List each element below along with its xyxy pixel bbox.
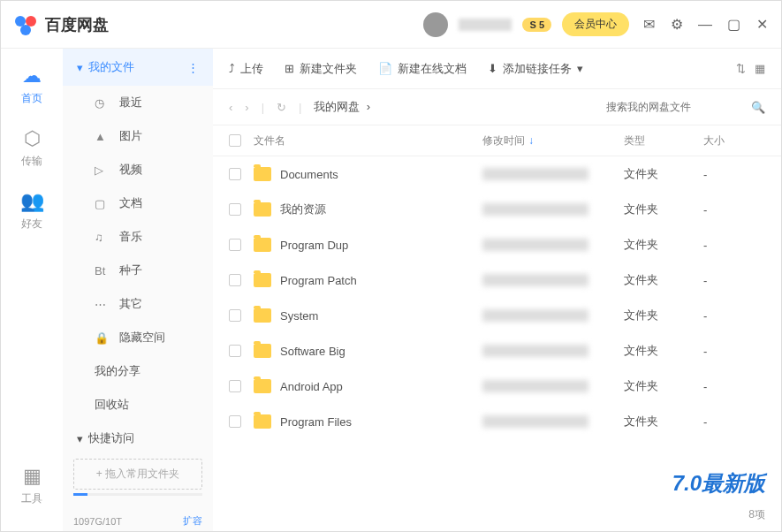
row-checkbox[interactable] bbox=[229, 239, 241, 251]
sidebar-item[interactable]: ▷视频 bbox=[63, 153, 213, 186]
sidebar-item-label: 种子 bbox=[119, 262, 142, 278]
file-row[interactable]: Program Files文件夹- bbox=[213, 404, 781, 439]
forward-button[interactable]: › bbox=[245, 101, 248, 114]
minimize-button[interactable]: — bbox=[696, 17, 714, 33]
row-checkbox[interactable] bbox=[229, 168, 241, 180]
leftbar-item-好友[interactable]: 👥好友 bbox=[20, 190, 44, 232]
sidebar-item[interactable]: ♫音乐 bbox=[63, 220, 213, 254]
col-time[interactable]: 修改时间↓ bbox=[482, 133, 624, 148]
folder-icon bbox=[254, 167, 271, 181]
col-name[interactable]: 文件名 bbox=[254, 133, 482, 148]
sidebar-item-label: 隐藏空间 bbox=[119, 330, 165, 346]
nav-label: 传输 bbox=[21, 154, 42, 169]
user-avatar[interactable] bbox=[423, 12, 448, 37]
sidebar-item-label: 其它 bbox=[119, 296, 142, 312]
sidebar-link[interactable]: 回收站 bbox=[63, 388, 213, 422]
search-icon[interactable]: 🔍 bbox=[751, 101, 765, 114]
content-area: ⤴上传 ⊞新建文件夹 📄新建在线文档 ⬇添加链接任务▾ ⇅ ▦ ‹ › | ↻ … bbox=[213, 49, 781, 532]
sidebar-header-label: 我的文件 bbox=[88, 59, 134, 75]
sidebar-item[interactable]: ▢文档 bbox=[63, 186, 213, 220]
sort-icon[interactable]: ⇅ bbox=[736, 62, 746, 75]
sidebar-item-label: 视频 bbox=[119, 162, 142, 178]
file-size: - bbox=[703, 345, 765, 358]
row-checkbox[interactable] bbox=[229, 345, 241, 357]
category-icon: 🔒 bbox=[95, 331, 109, 345]
row-checkbox[interactable] bbox=[229, 203, 241, 216]
version-watermark: 7.0最新版 bbox=[672, 469, 765, 498]
sidebar-quick-access[interactable]: ▾ 快捷访问 bbox=[63, 422, 213, 455]
file-size: - bbox=[703, 309, 765, 323]
search-input[interactable] bbox=[606, 101, 739, 113]
file-size: - bbox=[703, 203, 765, 217]
refresh-button[interactable]: ↻ bbox=[277, 101, 286, 114]
nav-bar: ‹ › | ↻ | 我的网盘 › 🔍 bbox=[213, 89, 781, 125]
sidebar-header-my-files[interactable]: ▾ 我的文件 ⋮ bbox=[63, 49, 213, 86]
row-checkbox[interactable] bbox=[229, 274, 241, 286]
col-size[interactable]: 大小 bbox=[703, 133, 765, 148]
select-all-checkbox[interactable] bbox=[229, 134, 241, 147]
svg-point-0 bbox=[15, 16, 26, 27]
drag-folder-hint[interactable]: + 拖入常用文件夹 bbox=[73, 459, 202, 490]
app-logo: 百度网盘 bbox=[11, 11, 109, 39]
leftbar-item-tools[interactable]: ▦工具 bbox=[21, 465, 42, 506]
file-row[interactable]: System文件夹- bbox=[213, 298, 781, 333]
file-row[interactable]: Software Big文件夹- bbox=[213, 333, 781, 369]
breadcrumb[interactable]: 我的网盘 › bbox=[314, 99, 370, 115]
sidebar-item-label: 最近 bbox=[119, 95, 142, 110]
maximize-button[interactable]: ▢ bbox=[725, 16, 742, 33]
more-icon[interactable]: ⋮ bbox=[187, 61, 199, 74]
sidebar-item[interactable]: ▲图片 bbox=[63, 119, 213, 153]
file-size: - bbox=[703, 274, 765, 287]
category-icon: ▲ bbox=[95, 130, 109, 143]
file-row[interactable]: Android App文件夹- bbox=[213, 369, 781, 404]
back-button[interactable]: ‹ bbox=[229, 101, 232, 114]
col-type[interactable]: 类型 bbox=[624, 133, 703, 148]
file-name: Program Patch bbox=[280, 274, 357, 287]
new-doc-button[interactable]: 📄新建在线文档 bbox=[378, 61, 467, 77]
file-size: - bbox=[703, 415, 765, 429]
sidebar-link[interactable]: 我的分享 bbox=[63, 354, 213, 388]
item-count: 8项 bbox=[748, 507, 765, 522]
file-row[interactable]: Program Dup文件夹- bbox=[213, 227, 781, 262]
settings-icon[interactable]: ⚙ bbox=[668, 16, 686, 34]
titlebar: 百度网盘 S 5 会员中心 ✉ ⚙ — ▢ ✕ bbox=[1, 1, 781, 49]
mail-icon[interactable]: ✉ bbox=[640, 16, 657, 34]
category-icon: Bt bbox=[95, 264, 109, 277]
row-checkbox[interactable] bbox=[229, 415, 241, 428]
leftbar-item-传输[interactable]: ⬡传输 bbox=[21, 127, 42, 169]
file-row[interactable]: 我的资源文件夹- bbox=[213, 192, 781, 227]
username-blur bbox=[459, 19, 512, 31]
sidebar-item[interactable]: Bt种子 bbox=[63, 254, 213, 287]
nav-icon: 👥 bbox=[20, 190, 44, 213]
storage-footer: 1097G/10T 扩容 bbox=[63, 509, 213, 532]
file-type: 文件夹 bbox=[624, 308, 703, 323]
file-size: - bbox=[703, 168, 765, 181]
file-name: 我的资源 bbox=[280, 201, 326, 217]
new-folder-button[interactable]: ⊞新建文件夹 bbox=[285, 61, 357, 77]
close-button[interactable]: ✕ bbox=[753, 16, 771, 33]
category-icon: ▷ bbox=[95, 163, 109, 177]
nav-icon: ⬡ bbox=[24, 127, 41, 150]
sidebar-item[interactable]: ⋯其它 bbox=[63, 287, 213, 321]
file-row[interactable]: Documents文件夹- bbox=[213, 156, 781, 192]
table-header: 文件名 修改时间↓ 类型 大小 bbox=[213, 125, 781, 156]
row-checkbox[interactable] bbox=[229, 380, 241, 392]
app-name: 百度网盘 bbox=[45, 14, 109, 35]
expand-storage-button[interactable]: 扩容 bbox=[183, 514, 202, 528]
category-icon: ⋯ bbox=[95, 298, 109, 311]
upload-icon: ⤴ bbox=[229, 62, 235, 75]
file-row[interactable]: Program Patch文件夹- bbox=[213, 262, 781, 298]
file-name: Program Files bbox=[280, 415, 352, 429]
sidebar-item[interactable]: 🔒隐藏空间 bbox=[63, 321, 213, 354]
grid-view-icon[interactable]: ▦ bbox=[755, 62, 765, 75]
sidebar-item[interactable]: ◷最近 bbox=[63, 86, 213, 119]
vip-center-button[interactable]: 会员中心 bbox=[562, 12, 629, 36]
svg-point-2 bbox=[20, 25, 31, 35]
file-name: System bbox=[280, 309, 318, 323]
category-icon: ▢ bbox=[95, 197, 109, 210]
row-checkbox[interactable] bbox=[229, 309, 241, 322]
leftbar-item-首页[interactable]: ☁首页 bbox=[21, 65, 42, 106]
add-link-button[interactable]: ⬇添加链接任务▾ bbox=[488, 61, 583, 77]
folder-icon bbox=[254, 379, 271, 393]
upload-button[interactable]: ⤴上传 bbox=[229, 61, 263, 77]
